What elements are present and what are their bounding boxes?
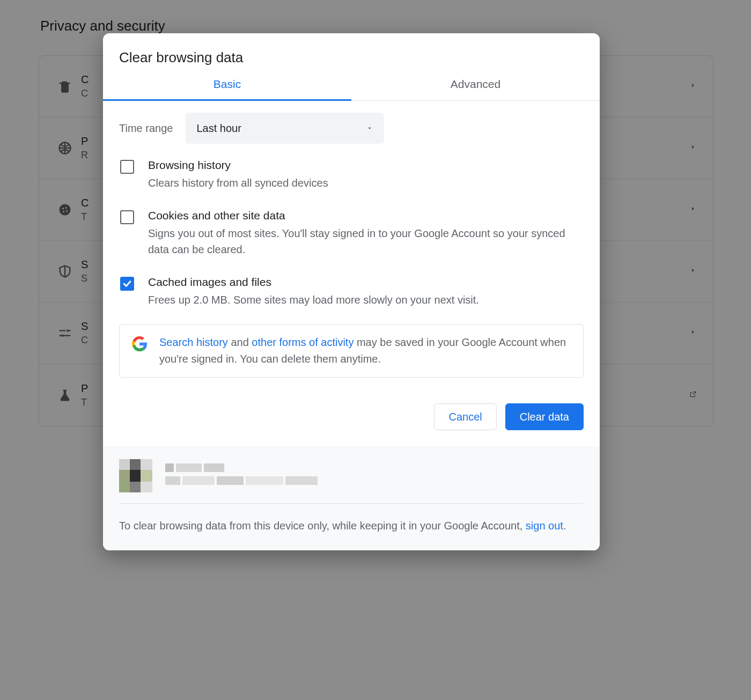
google-logo-icon <box>131 336 148 352</box>
time-range-label: Time range <box>119 122 173 135</box>
checkbox-browsing-history[interactable] <box>120 160 134 174</box>
option-title: Cookies and other site data <box>148 209 583 222</box>
option-title: Cached images and files <box>148 276 479 289</box>
account-text-redacted <box>165 462 353 489</box>
footer-message: To clear browsing data from this device … <box>119 518 584 534</box>
option-desc: Frees up 2.0 MB. Some sites may load mor… <box>148 292 479 308</box>
checkbox-cached-images[interactable] <box>120 277 134 291</box>
tab-advanced[interactable]: Advanced <box>351 78 600 100</box>
dialog-title: Clear browsing data <box>103 33 600 78</box>
option-desc: Clears history from all synced devices <box>148 175 328 191</box>
checkbox-cookies[interactable] <box>120 210 134 224</box>
time-range-value: Last hour <box>196 122 241 135</box>
clear-data-button[interactable]: Clear data <box>505 403 584 430</box>
caret-down-icon <box>366 122 373 135</box>
option-title: Browsing history <box>148 159 328 172</box>
option-desc: Signs you out of most sites. You'll stay… <box>148 225 583 257</box>
account-row <box>119 459 584 504</box>
clear-browsing-data-dialog: Clear browsing data Basic Advanced Time … <box>103 33 600 550</box>
link-sign-out[interactable]: sign out <box>526 520 563 532</box>
link-search-history[interactable]: Search history <box>159 336 228 348</box>
link-other-activity[interactable]: other forms of activity <box>252 336 354 348</box>
tab-basic[interactable]: Basic <box>103 78 351 100</box>
avatar-redacted <box>119 459 152 492</box>
time-range-select[interactable]: Last hour <box>186 113 384 144</box>
info-message: Search history and other forms of activi… <box>159 334 571 367</box>
google-account-info: Search history and other forms of activi… <box>119 324 584 378</box>
cancel-button[interactable]: Cancel <box>434 403 496 430</box>
dialog-tabs: Basic Advanced <box>103 78 600 101</box>
